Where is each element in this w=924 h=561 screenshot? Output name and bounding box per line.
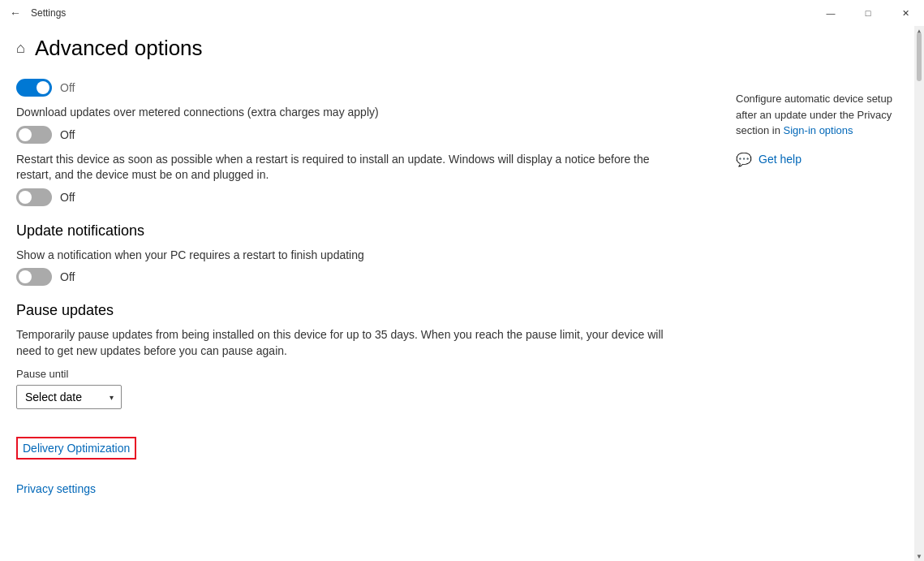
metered-toggle[interactable] <box>16 79 52 97</box>
notifications-off-label: Off <box>60 270 75 283</box>
home-icon[interactable]: ⌂ <box>16 40 25 57</box>
get-help-icon: 💬 <box>736 152 752 167</box>
main-layout: ⌂ Advanced options Off Download updates … <box>0 26 924 561</box>
title-bar-controls: — □ ✕ <box>812 0 924 26</box>
metered-toggle-off-label: Off <box>60 81 75 94</box>
back-button[interactable]: ← <box>6 3 24 23</box>
right-panel: Configure automatic device setup after a… <box>720 26 914 561</box>
get-help-row[interactable]: 💬 Get help <box>736 152 898 167</box>
page-title: Advanced options <box>35 36 203 61</box>
metered-toggle-2[interactable] <box>16 126 52 144</box>
restart-off-label: Off <box>60 191 75 204</box>
privacy-settings-link[interactable]: Privacy settings <box>16 482 687 495</box>
minimize-button[interactable]: — <box>812 0 849 26</box>
metered-desc: Download updates over metered connection… <box>16 105 681 121</box>
update-notifications-title: Update notifications <box>16 222 687 240</box>
help-text: Configure automatic device setup after a… <box>736 91 898 139</box>
notifications-toggle[interactable] <box>16 268 52 286</box>
metered-off-label: Off <box>60 128 75 141</box>
left-panel: ⌂ Advanced options Off Download updates … <box>0 26 720 561</box>
metered-toggle-row-2: Off <box>16 126 687 144</box>
back-icon: ← <box>10 6 21 19</box>
title-bar-left: ← Settings <box>6 3 66 23</box>
maximize-button[interactable]: □ <box>849 0 887 26</box>
page-header: ⌂ Advanced options <box>16 26 687 74</box>
date-select-wrapper: Select date ▾ <box>16 385 122 409</box>
metered-toggle-row: Off <box>16 79 687 97</box>
title-bar: ← Settings — □ ✕ <box>0 0 924 26</box>
links-section: Delivery Optimization Privacy settings <box>16 425 687 495</box>
content-area: ⌂ Advanced options Off Download updates … <box>0 26 924 561</box>
scrollbar-thumb[interactable] <box>917 32 922 81</box>
date-select[interactable]: Select date <box>16 385 122 409</box>
scroll-down-arrow[interactable]: ▼ <box>914 551 924 561</box>
notifications-desc: Show a notification when your PC require… <box>16 248 681 264</box>
close-button[interactable]: ✕ <box>887 0 924 26</box>
pause-desc: Temporarily pause updates from being ins… <box>16 327 681 359</box>
pause-updates-title: Pause updates <box>16 302 687 319</box>
get-help-link[interactable]: Get help <box>759 153 802 166</box>
scrollbar-track: ▲ ▼ <box>914 26 924 561</box>
restart-toggle-row: Off <box>16 188 687 206</box>
restart-toggle[interactable] <box>16 188 52 206</box>
notifications-toggle-row: Off <box>16 268 687 286</box>
restart-desc: Restart this device as soon as possible … <box>16 152 681 183</box>
sign-in-options-link[interactable]: Sign-in options <box>784 124 853 136</box>
title-bar-title: Settings <box>31 7 66 19</box>
pause-until-label: Pause until <box>16 368 687 380</box>
delivery-optimization-link[interactable]: Delivery Optimization <box>16 437 136 460</box>
